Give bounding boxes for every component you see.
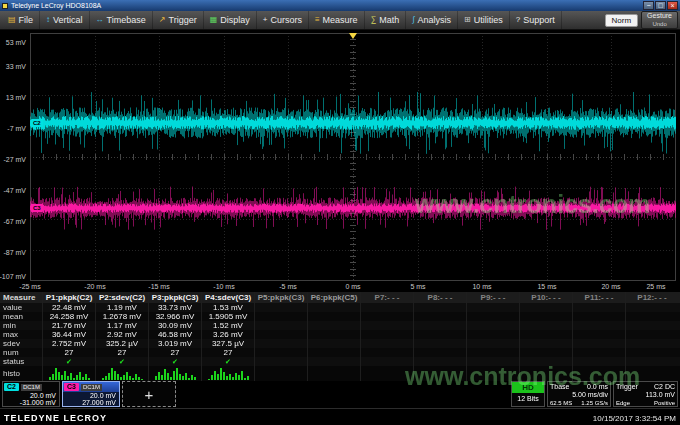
trigger-box[interactable]: Trigger C2 DC 113.0 mV Edge Positive bbox=[613, 381, 678, 407]
minimize-button[interactable]: − bbox=[643, 1, 654, 10]
channel-c2-label: C2 bbox=[4, 383, 19, 391]
measure-cell bbox=[572, 303, 625, 312]
menu-file[interactable]: ▤File bbox=[2, 11, 40, 29]
sample-rate: 1.25 GS/s bbox=[581, 399, 608, 407]
measure-cell bbox=[254, 321, 307, 330]
measure-column-p2[interactable]: P2:sdev(C2) bbox=[95, 292, 148, 303]
histogram-icon bbox=[155, 367, 196, 380]
channel-c2-descriptor[interactable]: C2 DC1M 20.0 mV -31.000 mV bbox=[2, 381, 60, 407]
measure-row-label: mean bbox=[0, 312, 42, 321]
channel-c2-coupling: DC1M bbox=[21, 384, 42, 391]
measure-cell bbox=[625, 312, 678, 321]
menu-display[interactable]: ▦Display bbox=[204, 11, 257, 29]
measure-cell: 27 bbox=[95, 348, 148, 357]
measure-cell: 33.73 mV bbox=[148, 303, 201, 312]
measure-row-label: sdev bbox=[0, 339, 42, 348]
measure-icon: ≡ bbox=[315, 16, 320, 24]
measure-cell bbox=[413, 348, 466, 357]
measure-cell: 1.5905 mV bbox=[201, 312, 254, 321]
measure-cell bbox=[466, 303, 519, 312]
channel-c3-descriptor[interactable]: C3 DC1M 20.0 mV 27.000 mV bbox=[62, 381, 120, 407]
x-axis-label: -20 ms bbox=[75, 283, 115, 290]
menubar: ▤File↕Vertical↔Timebase↗Trigger▦Display+… bbox=[0, 11, 680, 30]
measure-cell bbox=[572, 330, 625, 339]
measure-cell bbox=[254, 348, 307, 357]
measure-cell bbox=[572, 339, 625, 348]
menubar-right: Norm Gesture Undo bbox=[605, 11, 678, 29]
menu-vertical[interactable]: ↕Vertical bbox=[40, 11, 90, 29]
trigger-level: 113.0 mV bbox=[646, 391, 675, 399]
hd-mode-box[interactable]: HD 12 Bits bbox=[511, 381, 545, 407]
hd-badge: HD bbox=[512, 382, 544, 393]
trigger-mode-indicator[interactable]: Norm bbox=[605, 14, 639, 27]
file-folder-icon: ▤ bbox=[8, 16, 16, 24]
measure-column-p8[interactable]: P8:- - - bbox=[413, 292, 466, 303]
close-button[interactable]: × bbox=[667, 1, 678, 10]
x-axis-label: 5 ms bbox=[398, 283, 438, 290]
menu-timebase[interactable]: ↔Timebase bbox=[90, 11, 153, 29]
timebase-icon: ↔ bbox=[96, 16, 104, 24]
menu-measure[interactable]: ≡Measure bbox=[309, 11, 365, 29]
measure-cell bbox=[254, 330, 307, 339]
channel-c3-level-indicator[interactable]: C3 bbox=[31, 204, 43, 212]
measure-table: MeasureP1:pkpk(C2)P2:sdev(C2)P3:pkpk(C3)… bbox=[0, 292, 680, 381]
menu-analysis[interactable]: ∫Analysis bbox=[406, 11, 458, 29]
measure-cell: ✔ bbox=[148, 357, 201, 366]
measure-cell bbox=[572, 366, 625, 381]
measure-cell bbox=[360, 357, 413, 366]
sample-count: 62.5 MS bbox=[550, 399, 572, 407]
measure-cell bbox=[625, 330, 678, 339]
gesture-button[interactable]: Gesture Undo bbox=[641, 11, 678, 29]
measure-column-p7[interactable]: P7:- - - bbox=[360, 292, 413, 303]
undo-button[interactable]: Undo bbox=[652, 20, 666, 28]
measure-row-value: value22.48 mV1.19 mV33.73 mV1.53 mV bbox=[0, 303, 680, 312]
measure-column-p9[interactable]: P9:- - - bbox=[466, 292, 519, 303]
trigger-source: C2 DC bbox=[654, 383, 675, 391]
measure-column-p3[interactable]: P3:pkpk(C3) bbox=[148, 292, 201, 303]
menu-cursors[interactable]: +Cursors bbox=[257, 11, 309, 29]
measure-cell bbox=[519, 357, 572, 366]
measure-cell bbox=[254, 312, 307, 321]
measure-column-p6[interactable]: P6:pkpk(C5) bbox=[307, 292, 360, 303]
oscilloscope-screen: Teledyne LeCroy HDO8108A − □ × ▤File↕Ver… bbox=[0, 0, 680, 425]
measure-row-mean: mean24.258 mV1.2678 mV32.966 mV1.5905 mV bbox=[0, 312, 680, 321]
measure-cell bbox=[519, 339, 572, 348]
measure-cell bbox=[519, 330, 572, 339]
measure-column-p1[interactable]: P1:pkpk(C2) bbox=[42, 292, 95, 303]
y-axis-label: -47 mV bbox=[3, 187, 26, 194]
measure-row-max: max36.44 mV2.92 mV46.58 mV3.26 mV bbox=[0, 330, 680, 339]
menu-support[interactable]: ?Support bbox=[510, 11, 562, 29]
measure-column-p12[interactable]: P12:- - - bbox=[625, 292, 678, 303]
trigger-position-marker[interactable] bbox=[349, 33, 357, 39]
measure-row-label: histo bbox=[0, 369, 42, 378]
measure-cell bbox=[413, 312, 466, 321]
measure-cell: 46.58 mV bbox=[148, 330, 201, 339]
measure-cell: 36.44 mV bbox=[42, 330, 95, 339]
measure-column-p5[interactable]: P5:pkpk(C3) bbox=[254, 292, 307, 303]
menu-utilities[interactable]: ⊞Utilities bbox=[458, 11, 510, 29]
channel-c2-level-indicator[interactable]: C2 bbox=[31, 119, 43, 127]
measure-column-p4[interactable]: P4:sdev(C3) bbox=[201, 292, 254, 303]
x-axis-label: 20 ms bbox=[591, 283, 631, 290]
waveform-canvas[interactable] bbox=[30, 33, 676, 281]
add-channel-button[interactable]: + bbox=[122, 381, 176, 407]
measure-cell bbox=[466, 312, 519, 321]
measure-cell bbox=[625, 366, 678, 381]
timebase-box[interactable]: Tbase 0.0 ms 5.00 ms/div 62.5 MS 1.25 GS… bbox=[547, 381, 611, 407]
x-axis-label: 10 ms bbox=[462, 283, 502, 290]
measure-cell: 21.76 mV bbox=[42, 321, 95, 330]
measure-cell bbox=[148, 366, 201, 381]
measure-column-p10[interactable]: P10:- - - bbox=[519, 292, 572, 303]
window-title: Teledyne LeCroy HDO8108A bbox=[11, 2, 101, 9]
menu-trigger[interactable]: ↗Trigger bbox=[153, 11, 204, 29]
measure-row-status: status✔✔✔✔ bbox=[0, 357, 680, 366]
measure-cell bbox=[625, 357, 678, 366]
measure-column-p11[interactable]: P11:- - - bbox=[572, 292, 625, 303]
measure-cell bbox=[307, 303, 360, 312]
maximize-button[interactable]: □ bbox=[655, 1, 666, 10]
app-icon bbox=[2, 3, 8, 9]
measure-cell bbox=[307, 348, 360, 357]
menu-math[interactable]: ∑Math bbox=[365, 11, 407, 29]
measure-row-histo: histo bbox=[0, 366, 680, 381]
menu-label: Display bbox=[220, 15, 250, 25]
